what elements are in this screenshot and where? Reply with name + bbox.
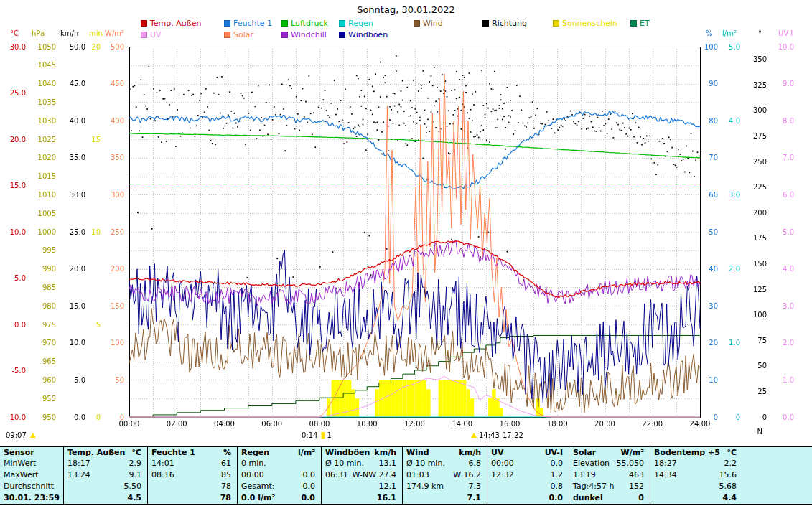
stats-cell-value: W/m² [621,447,644,458]
stats-cell: 5.68 [650,481,812,492]
regen-swatch-icon [339,20,345,27]
stats-cell-value: W 16.2 [453,469,481,481]
stats-cell-label: 0 min. [241,458,266,469]
stats-cell-label: UV [491,447,503,458]
stats-cell: Ø 10 min.6.8 [402,458,487,469]
wind-swatch-icon [414,20,420,27]
stats-cell: 7.1 [402,492,487,504]
stats-cell-value: 12.1 [379,481,397,492]
stats-cell: 00:000.0 [487,458,569,469]
stats-table: SensorTemp. Außen°CFeuchte 1%Regenl/m²Wi… [0,446,812,505]
sonnenschein-swatch-icon [553,20,559,27]
stats-cell: 5.50 [63,481,147,492]
stats-row-label: MaxWert [0,469,63,481]
stats-cell: 4.5 [63,492,147,504]
stats-cell: Bodentemp +5°C [650,447,812,458]
stats-cell-value: 4.4 [723,492,737,504]
temp-au-en-swatch-icon [141,20,147,27]
stats-cell-value: °C [727,447,737,458]
stats-cell-value: UV-I [545,447,563,458]
stats-cell-value: 0.0 [303,469,316,481]
stats-cell-value: -55.050 [614,458,644,469]
stats-cell-value: 6.8 [469,458,482,469]
stats-cell: 12.1 [321,481,402,492]
stats-cell-label: dunkel [573,492,603,504]
stats-cell: UVUV-I [487,447,569,458]
stats-row-label: Sensor [0,447,63,458]
stats-cell-label: Windböen [325,447,370,458]
stats-cell-label: 14:01 [151,458,174,469]
stats-header-row: SensorTemp. Außen°CFeuchte 1%Regenl/m²Wi… [0,447,812,458]
stats-cell-value: 1.2 [551,469,564,481]
stats-cell-label: 18:17 [67,458,90,469]
stats-cell-label: Temp. Außen [67,447,125,458]
stats-cell-label: Solar [573,447,596,458]
stats-cell-value: km/h [374,447,396,458]
stats-cell: 0.0 [487,492,569,504]
weather-chart [0,27,812,446]
stats-cell: 0.8 [487,481,569,492]
stats-cell: Regenl/m² [237,447,321,458]
stats-cell: Ø 10 min.13.1 [321,458,402,469]
weather-app-window: Sonntag, 30.01.2022 Temp. AußenFeuchte 1… [0,0,812,511]
stats-cell-label: 18:27 [654,458,677,469]
stats-cell: 00:000.0 [237,469,321,481]
stats-cell: Elevation-55.050 [569,458,650,469]
stats-cell: 14:0161 [147,458,237,469]
stats-cell-value: 2.2 [724,458,737,469]
stats-cell-value: 61 [221,458,231,469]
stats-cell-label: 00:00 [241,469,264,481]
stats-row-maxwert: MaxWert13:249.108:168500:000.006:31W-NW … [0,469,812,481]
stats-cell-value: 5.68 [719,481,737,492]
stats-cell: 12:321.2 [487,469,569,481]
stats-cell-label: 13:24 [67,469,90,481]
stats-cell: 14:3415.6 [650,469,812,481]
stats-cell: 06:31W-NW 27.4 [321,469,402,481]
stats-cell: dunkel0 [569,492,650,504]
stats-cell: 08:1685 [147,469,237,481]
stats-cell-label: Ø 10 min. [406,458,445,469]
stats-cell-value: % [223,447,231,458]
stats-cell-label: Gesamt: [241,481,275,492]
stats-cell: 78 [147,492,237,504]
stats-cell: Temp. Außen°C [63,447,147,458]
stats-cell-value: 0.8 [551,481,564,492]
stats-cell-value: 0.0 [303,481,316,492]
stats-cell-label: 13:19 [573,469,596,481]
stats-cell-value: 0.0 [551,458,564,469]
stats-cell: Feuchte 1% [147,447,237,458]
feuchte-1-swatch-icon [224,20,230,27]
stats-cell-label: Wind [406,447,429,458]
stats-cell-label: 174.9 km [406,481,444,492]
stats-cell-label: 01:03 [406,469,429,481]
stats-cell-value: 0.0 [302,492,316,504]
stats-cell: Windböenkm/h [321,447,402,458]
stats-cell-value: 16.1 [377,492,396,504]
stats-cell-value: 0.0 [549,492,564,504]
stats-cell-value: km/h [459,447,481,458]
stats-cell: 01:03W 16.2 [402,469,487,481]
stats-cell: 13:19463 [569,469,650,481]
stats-cell: 78 [147,481,237,492]
stats-cell: 16.1 [321,492,402,504]
stats-cell: 13:249.1 [63,469,147,481]
stats-cell-label: 08:16 [151,469,174,481]
stats-cell-label: 12:32 [491,469,514,481]
stats-cell-value: 78 [220,492,231,504]
stats-row-label: 30.01. 23:59 [0,492,63,504]
stats-cell-label: Regen [241,447,269,458]
stats-cell-value: l/m² [298,447,315,458]
stats-cell-value: 85 [221,469,231,481]
stats-cell-value: 4.5 [128,492,142,504]
stats-cell-label: Ø 10 min. [325,458,364,469]
stats-cell: SolarW/m² [569,447,650,458]
luftdruck-swatch-icon [281,20,288,27]
stats-cell-value: °C [131,447,141,458]
stats-cell-label: 06:31 [325,469,348,481]
stats-cell: Windkm/h [402,447,487,458]
richtung-swatch-icon [482,20,489,27]
stats-cell: 174.9 km7.3 [402,481,487,492]
page-title: Sonntag, 30.01.2022 [0,4,812,15]
stats-cell: 18:272.2 [650,458,812,469]
stats-cell-label: 0.0 l/m² [241,492,275,504]
